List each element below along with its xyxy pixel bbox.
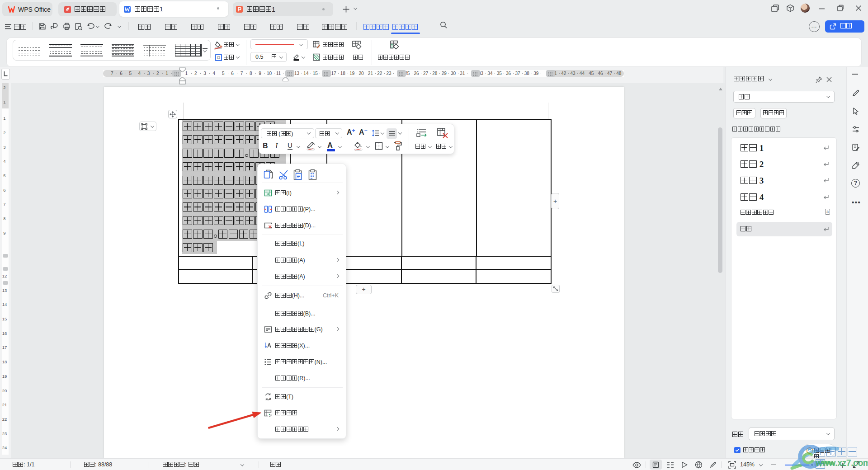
svg-text:A: A (269, 397, 272, 401)
